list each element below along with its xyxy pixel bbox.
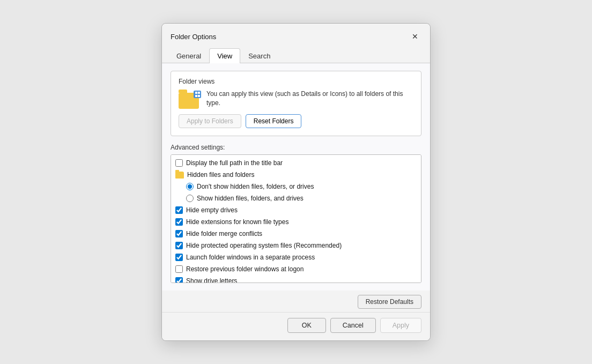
restore-defaults-row: Restore Defaults (162, 291, 430, 312)
folder-views-title: Folder views (179, 78, 413, 85)
showhidden-radio[interactable] (186, 195, 194, 202)
restore-defaults-button[interactable]: Restore Defaults (358, 295, 421, 309)
list-item: Hide folder merge conflicts (171, 228, 421, 240)
folder-options-dialog: Folder Options ✕ General View Search Fol… (161, 23, 431, 341)
showdrv-checkbox[interactable] (175, 277, 183, 283)
list-item: Restore previous folder windows at logon (171, 263, 421, 275)
folder-views-inner: You can apply this view (such as Details… (179, 90, 413, 109)
dialog-footer: OK Cancel Apply (162, 312, 430, 340)
tab-view[interactable]: View (209, 48, 240, 63)
ok-button[interactable]: OK (287, 318, 326, 333)
folder-icon (179, 90, 200, 109)
nohidden-radio[interactable] (186, 183, 194, 190)
showhidden-label: Show hidden files, folders, and drives (197, 195, 304, 202)
folder-views-buttons: Apply to Folders Reset Folders (179, 114, 413, 128)
cancel-button[interactable]: Cancel (330, 318, 376, 333)
fullpath-checkbox[interactable] (175, 159, 183, 167)
hideext-label: Hide extensions for known file types (186, 218, 288, 226)
launchsep-checkbox[interactable] (175, 254, 183, 261)
grid-dot (198, 95, 200, 97)
folder-views-description: You can apply this view (such as Details… (206, 90, 413, 108)
hidemerge-checkbox[interactable] (175, 230, 183, 237)
list-item: Hide empty drives (171, 204, 421, 216)
showdrv-label: Show drive letters (186, 277, 237, 283)
fullpath-label: Display the full path in the title bar (186, 159, 283, 167)
title-bar: Folder Options ✕ (162, 24, 430, 48)
list-item: Launch folder windows in a separate proc… (171, 251, 421, 263)
restorewin-label: Restore previous folder windows at logon (186, 265, 304, 273)
restorewin-checkbox[interactable] (175, 265, 183, 273)
hideprot-checkbox[interactable] (175, 242, 183, 249)
launchsep-label: Launch folder windows in a separate proc… (186, 254, 315, 261)
apply-to-folders-button[interactable]: Apply to Folders (179, 114, 241, 128)
tab-search[interactable]: Search (240, 48, 278, 63)
tab-content: Folder views You can apply this view (su… (162, 63, 430, 291)
tab-bar: General View Search (162, 48, 430, 63)
list-item: Show drive letters (171, 275, 421, 283)
folder-views-section: Folder views You can apply this view (su… (171, 71, 421, 136)
grid-dot (198, 92, 200, 94)
hidemerge-label: Hide folder merge conflicts (186, 230, 262, 237)
hidden-files-section: Hidden files and folders (171, 169, 421, 181)
list-item: Display the full path in the title bar (171, 157, 421, 169)
hideprot-label: Hide protected operating system files (R… (186, 242, 342, 249)
list-item: Hide protected operating system files (R… (171, 240, 421, 251)
apply-button[interactable]: Apply (380, 318, 421, 333)
grid-overlay-icon (194, 91, 201, 98)
close-button[interactable]: ✕ (408, 29, 423, 44)
tab-general[interactable]: General (168, 48, 209, 63)
list-item: Hide extensions for known file types (171, 216, 421, 228)
hideempty-checkbox[interactable] (175, 206, 183, 214)
folder-section-icon (175, 172, 184, 179)
hideempty-label: Hide empty drives (186, 206, 238, 214)
advanced-settings-list: Display the full path in the title bar H… (171, 154, 421, 283)
list-item: Show hidden files, folders, and drives (171, 192, 421, 204)
hideext-checkbox[interactable] (175, 218, 183, 226)
list-item: Don't show hidden files, folders, or dri… (171, 181, 421, 192)
grid-dot (195, 95, 197, 97)
advanced-settings-label: Advanced settings: (171, 144, 421, 151)
nohidden-label: Don't show hidden files, folders, or dri… (197, 183, 314, 190)
dialog-title: Folder Options (171, 33, 216, 41)
reset-folders-button[interactable]: Reset Folders (246, 114, 302, 128)
hidden-files-label: Hidden files and folders (187, 171, 254, 179)
grid-dot (195, 92, 197, 94)
